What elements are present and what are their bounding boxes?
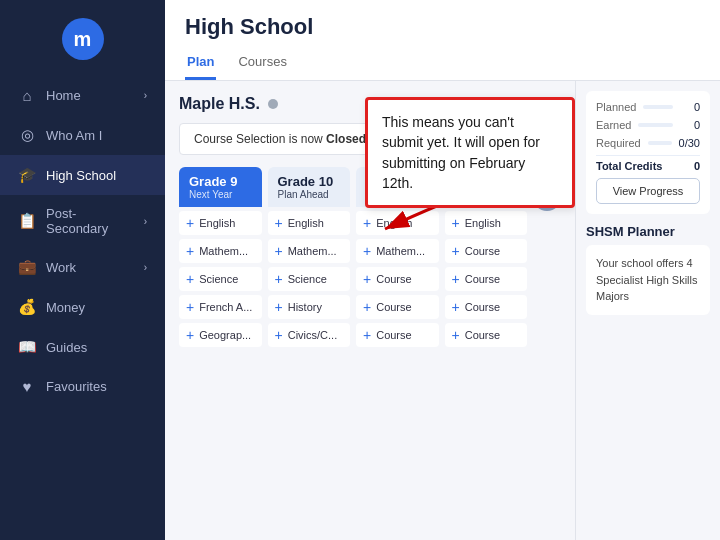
course-item[interactable]: +Course — [445, 267, 528, 291]
course-item[interactable]: +Mathem... — [356, 239, 439, 263]
plan-panel: Maple H.S. Course Selection is now Close… — [165, 81, 575, 540]
post-secondary-icon: 📋 — [18, 212, 36, 230]
tab-courses[interactable]: Courses — [236, 48, 288, 80]
home-arrow: › — [144, 90, 147, 101]
sidebar-item-guides[interactable]: 📖 Guides — [0, 327, 165, 367]
course-item[interactable]: +Course — [445, 323, 528, 347]
sidebar-item-who-am-i[interactable]: ◎ Who Am I — [0, 115, 165, 155]
course-item[interactable]: +Science — [268, 267, 351, 291]
plus-icon: + — [363, 300, 371, 314]
sidebar-label-favourites: Favourites — [46, 379, 147, 394]
planned-row: Planned 0 — [596, 101, 700, 113]
plus-icon: + — [275, 300, 283, 314]
planned-value: 0 — [680, 101, 700, 113]
plus-icon: + — [275, 216, 283, 230]
course-item[interactable]: +Course — [356, 295, 439, 319]
course-item[interactable]: +Mathem... — [268, 239, 351, 263]
sidebar-nav: ⌂ Home › ◎ Who Am I 🎓 High School 📋 Post… — [0, 76, 165, 540]
course-item[interactable]: +English — [445, 211, 528, 235]
plus-icon: + — [452, 216, 460, 230]
course-item[interactable]: +Course — [445, 295, 528, 319]
page-header: High School Plan Courses — [165, 0, 720, 81]
app-logo: m — [62, 18, 104, 60]
closed-banner: Course Selection is now Closed — [179, 123, 381, 155]
plus-icon: + — [363, 216, 371, 230]
plus-icon: + — [363, 328, 371, 342]
sidebar-label-guides: Guides — [46, 340, 147, 355]
sidebar-logo: m — [0, 0, 165, 76]
grade-10-header: Grade 10 Plan Ahead — [268, 167, 351, 207]
course-item[interactable]: +Science — [179, 267, 262, 291]
earned-bar — [638, 123, 673, 127]
required-value: 0/30 — [679, 137, 700, 149]
sidebar-label-money: Money — [46, 300, 147, 315]
sidebar-item-high-school[interactable]: 🎓 High School — [0, 155, 165, 195]
tab-plan[interactable]: Plan — [185, 48, 216, 80]
course-item[interactable]: +Course — [356, 267, 439, 291]
plus-icon: + — [363, 244, 371, 258]
plus-icon: + — [452, 244, 460, 258]
money-icon: 💰 — [18, 298, 36, 316]
status-dot — [268, 99, 278, 109]
page-title: High School — [185, 14, 700, 40]
sidebar-label-home: Home — [46, 88, 134, 103]
sidebar-item-home[interactable]: ⌂ Home › — [0, 76, 165, 115]
course-item[interactable]: +Course — [356, 323, 439, 347]
plus-icon: + — [363, 272, 371, 286]
sidebar: m ⌂ Home › ◎ Who Am I 🎓 High School 📋 Po… — [0, 0, 165, 540]
content-area: Maple H.S. Course Selection is now Close… — [165, 81, 720, 540]
course-item[interactable]: +History — [268, 295, 351, 319]
course-item[interactable]: +English — [179, 211, 262, 235]
course-item[interactable]: +French A... — [179, 295, 262, 319]
grade-col-9: Grade 9 Next Year +English +Mathem... +S… — [179, 167, 262, 351]
course-item[interactable]: +Civics/C... — [268, 323, 351, 347]
plus-icon: + — [275, 328, 283, 342]
course-item[interactable]: +Geograp... — [179, 323, 262, 347]
grade-9-header: Grade 9 Next Year — [179, 167, 262, 207]
sidebar-item-money[interactable]: 💰 Money — [0, 287, 165, 327]
tooltip-box: This means you can't submit yet. It will… — [365, 97, 575, 208]
grade-col-10: Grade 10 Plan Ahead +English +Mathem... … — [268, 167, 351, 351]
course-item[interactable]: +Course — [445, 239, 528, 263]
school-name: Maple H.S. — [179, 95, 260, 113]
total-credits-value: 0 — [694, 160, 700, 172]
sidebar-label-work: Work — [46, 260, 134, 275]
closed-banner-text: Course Selection is now Closed — [194, 132, 366, 146]
earned-row: Earned 0 — [596, 119, 700, 131]
course-item[interactable]: +Mathem... — [179, 239, 262, 263]
course-item[interactable]: +English — [268, 211, 351, 235]
right-panel: Planned 0 Earned 0 Required 0/30 Total C… — [575, 81, 720, 540]
required-label: Required — [596, 137, 641, 149]
shsm-card: Your school offers 4 Specialist High Ski… — [586, 245, 710, 315]
earned-value: 0 — [680, 119, 700, 131]
post-secondary-arrow: › — [144, 216, 147, 227]
required-bar — [648, 141, 672, 145]
view-progress-button[interactable]: View Progress — [596, 178, 700, 204]
shsm-description: Your school offers 4 Specialist High Ski… — [596, 257, 697, 302]
plus-icon: + — [275, 244, 283, 258]
course-item[interactable]: +English — [356, 211, 439, 235]
highschool-icon: 🎓 — [18, 166, 36, 184]
shsm-title: SHSM Planner — [586, 224, 710, 239]
plus-icon: + — [186, 300, 194, 314]
plus-icon: + — [452, 300, 460, 314]
tooltip-text: This means you can't submit yet. It will… — [382, 114, 540, 191]
home-icon: ⌂ — [18, 87, 36, 104]
plus-icon: + — [186, 272, 194, 286]
main-content: High School Plan Courses Maple H.S. Cour… — [165, 0, 720, 540]
plus-icon: + — [186, 328, 194, 342]
sidebar-label-post-secondary: Post-Secondary — [46, 206, 134, 236]
planned-label: Planned — [596, 101, 636, 113]
sidebar-item-work[interactable]: 💼 Work › — [0, 247, 165, 287]
plus-icon: + — [452, 272, 460, 286]
credits-card: Planned 0 Earned 0 Required 0/30 Total C… — [586, 91, 710, 214]
sidebar-label-high-school: High School — [46, 168, 147, 183]
shsm-section: SHSM Planner Your school offers 4 Specia… — [586, 224, 710, 315]
who-icon: ◎ — [18, 126, 36, 144]
sidebar-item-post-secondary[interactable]: 📋 Post-Secondary › — [0, 195, 165, 247]
plus-icon: + — [186, 244, 194, 258]
sidebar-label-who-am-i: Who Am I — [46, 128, 147, 143]
sidebar-item-favourites[interactable]: ♥ Favourites — [0, 367, 165, 406]
planned-bar — [643, 105, 673, 109]
work-icon: 💼 — [18, 258, 36, 276]
